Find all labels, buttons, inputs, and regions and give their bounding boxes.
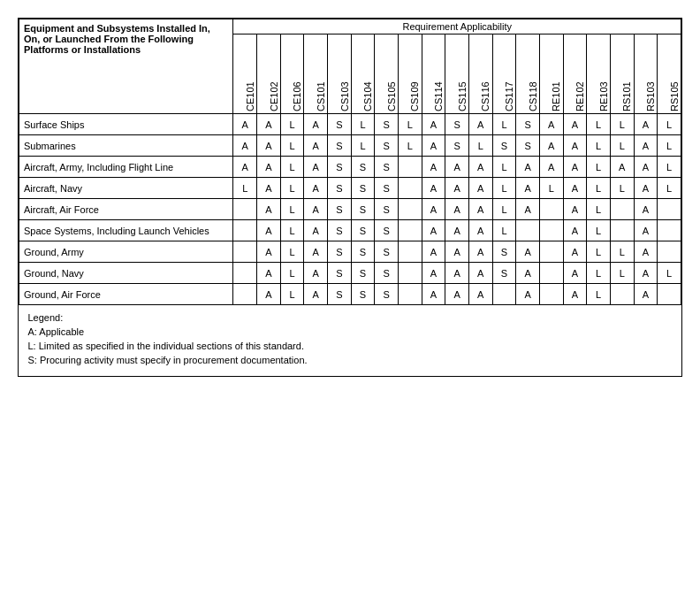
col-header-re101: RE101 bbox=[539, 34, 563, 114]
cell-r1-c6: S bbox=[375, 135, 399, 157]
cell-r3-c7 bbox=[398, 178, 422, 199]
cell-r4-c8: A bbox=[422, 199, 445, 220]
cell-r8-c17: A bbox=[634, 284, 658, 305]
cell-r8-c7 bbox=[398, 284, 422, 305]
cell-r2-c8: A bbox=[422, 157, 445, 178]
cell-r0-c1: A bbox=[257, 114, 281, 135]
legend-items: A: ApplicableL: Limited as specified in … bbox=[28, 326, 673, 365]
cell-r8-c12: A bbox=[516, 284, 540, 305]
cell-r1-c12: S bbox=[516, 135, 540, 157]
cell-r1-c5: L bbox=[351, 135, 375, 157]
col-header-re103: RE103 bbox=[587, 34, 611, 114]
cell-r3-c17: A bbox=[634, 178, 658, 199]
cell-r0-c6: S bbox=[375, 114, 399, 135]
cell-r4-c3: A bbox=[304, 199, 328, 220]
cell-r3-c4: S bbox=[328, 178, 352, 199]
cell-r1-c18: L bbox=[658, 135, 681, 157]
cell-r3-c8: A bbox=[422, 178, 445, 199]
cell-r0-c18: L bbox=[658, 114, 681, 135]
cell-r6-c10: A bbox=[468, 241, 492, 263]
cell-r1-c10: L bbox=[468, 135, 492, 157]
cell-r2-c7 bbox=[398, 157, 422, 178]
legend-item-1: L: Limited as specified in the individua… bbox=[28, 341, 673, 351]
row-label-3: Aircraft, Navy bbox=[19, 178, 233, 199]
table-row: Aircraft, NavyLALASSSAAALALALLAL bbox=[19, 178, 681, 199]
cell-r4-c9: A bbox=[445, 199, 469, 220]
cell-r7-c11: S bbox=[492, 263, 516, 284]
cell-r4-c18 bbox=[658, 199, 681, 220]
cell-r2-c9: A bbox=[445, 157, 469, 178]
cell-r4-c1: A bbox=[257, 199, 281, 220]
cell-r5-c5: S bbox=[351, 220, 375, 241]
cell-r5-c13 bbox=[539, 220, 563, 241]
cell-r6-c6: S bbox=[375, 241, 399, 263]
cell-r0-c5: L bbox=[351, 114, 375, 135]
cell-r0-c16: L bbox=[610, 114, 634, 135]
cell-r4-c14: A bbox=[563, 199, 587, 220]
cell-r6-c14: A bbox=[563, 241, 587, 263]
cell-r7-c13 bbox=[539, 263, 563, 284]
cell-r4-c0 bbox=[233, 199, 257, 220]
cell-r8-c6: S bbox=[375, 284, 399, 305]
col-header-cs114: CS114 bbox=[422, 34, 445, 114]
cell-r5-c10: A bbox=[468, 220, 492, 241]
platform-header: Equipment and Subsystems Installed In, O… bbox=[19, 19, 233, 114]
cell-r4-c17: A bbox=[634, 199, 658, 220]
cell-r2-c1: A bbox=[257, 157, 281, 178]
cell-r7-c7 bbox=[398, 263, 422, 284]
col-header-re102: RE102 bbox=[563, 34, 587, 114]
cell-r1-c7: L bbox=[398, 135, 422, 157]
cell-r7-c6: S bbox=[375, 263, 399, 284]
cell-r3-c0: L bbox=[233, 178, 257, 199]
cell-r6-c15: L bbox=[587, 241, 611, 263]
cell-r3-c10: A bbox=[468, 178, 492, 199]
cell-r1-c1: A bbox=[257, 135, 281, 157]
cell-r5-c16 bbox=[610, 220, 634, 241]
cell-r1-c13: A bbox=[539, 135, 563, 157]
cell-r4-c6: S bbox=[375, 199, 399, 220]
cell-r4-c4: S bbox=[328, 199, 352, 220]
cell-r2-c15: L bbox=[587, 157, 611, 178]
cell-r8-c9: A bbox=[445, 284, 469, 305]
cell-r2-c13: A bbox=[539, 157, 563, 178]
cell-r6-c8: A bbox=[422, 241, 445, 263]
cell-r3-c9: A bbox=[445, 178, 469, 199]
cell-r3-c2: L bbox=[280, 178, 304, 199]
cell-r5-c17: A bbox=[634, 220, 658, 241]
cell-r5-c0 bbox=[233, 220, 257, 241]
cell-r4-c7 bbox=[398, 199, 422, 220]
cell-r7-c9: A bbox=[445, 263, 469, 284]
legend-row: Legend: A: ApplicableL: Limited as speci… bbox=[19, 305, 681, 377]
cell-r4-c2: L bbox=[280, 199, 304, 220]
cell-r5-c15: L bbox=[587, 220, 611, 241]
col-header-ce106: CE106 bbox=[280, 34, 304, 114]
cell-r7-c16: L bbox=[610, 263, 634, 284]
main-table-wrapper: Equipment and Subsystems Installed In, O… bbox=[18, 18, 682, 377]
table-row: SubmarinesAALASLSLASLSSAALLAL bbox=[19, 135, 681, 157]
cell-r6-c5: S bbox=[351, 241, 375, 263]
table-row: Surface ShipsAALASLSLASALSAALLAL bbox=[19, 114, 681, 135]
table-row: Ground, Air ForceALASSSAAAAALA bbox=[19, 284, 681, 305]
cell-r7-c1: A bbox=[257, 263, 281, 284]
row-label-8: Ground, Air Force bbox=[19, 284, 233, 305]
cell-r0-c7: L bbox=[398, 114, 422, 135]
cell-r8-c8: A bbox=[422, 284, 445, 305]
cell-r0-c3: A bbox=[304, 114, 328, 135]
cell-r2-c4: S bbox=[328, 157, 352, 178]
cell-r4-c10: A bbox=[468, 199, 492, 220]
cell-r2-c17: A bbox=[634, 157, 658, 178]
cell-r0-c12: S bbox=[516, 114, 540, 135]
cell-r5-c14: A bbox=[563, 220, 587, 241]
legend-title: Legend: bbox=[28, 312, 673, 323]
legend-item-2: S: Procuring activity must specify in pr… bbox=[28, 355, 673, 365]
col-header-cs115: CS115 bbox=[445, 34, 469, 114]
cell-r7-c8: A bbox=[422, 263, 445, 284]
cell-r7-c10: A bbox=[468, 263, 492, 284]
cell-r1-c2: L bbox=[280, 135, 304, 157]
cell-r7-c15: L bbox=[587, 263, 611, 284]
cell-r6-c12: A bbox=[516, 241, 540, 263]
cell-r6-c18 bbox=[658, 241, 681, 263]
cell-r6-c3: A bbox=[304, 241, 328, 263]
cell-r8-c2: L bbox=[280, 284, 304, 305]
cell-r4-c15: L bbox=[587, 199, 611, 220]
